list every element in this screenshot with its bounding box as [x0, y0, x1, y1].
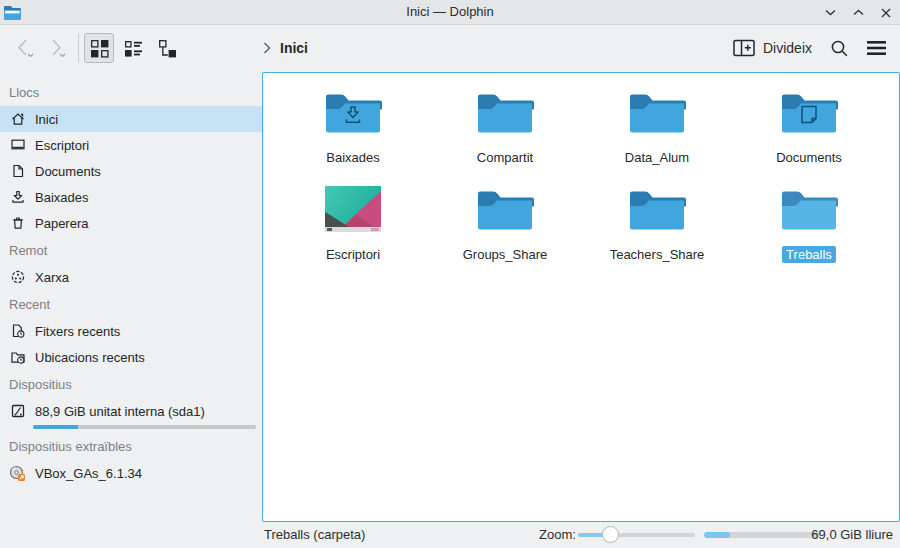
section-header-dispositius: Dispositius: [0, 370, 262, 398]
harddisk-icon: [9, 403, 26, 420]
details-view-icon: [124, 39, 143, 58]
breadcrumb: Inici: [263, 26, 308, 70]
zoom-label: Zoom:: [539, 527, 576, 542]
details-view-button[interactable]: [118, 33, 148, 63]
sidebar-item-ubicacions-recents[interactable]: Ubicacions recents: [0, 344, 262, 370]
sidebar-item-label: 88,9 GiB unitat interna (sda1): [35, 404, 205, 419]
search-button[interactable]: [825, 34, 853, 62]
folder-icon: [780, 88, 838, 136]
folder-grid: Baixades Compartit Data_Alum: [263, 73, 899, 280]
sidebar-item-label: Baixades: [35, 190, 88, 205]
folder-name: Documents: [772, 149, 846, 166]
folder-name: Teachers_Share: [606, 246, 709, 263]
file-clock-icon: [9, 323, 26, 340]
sidebar-item-label: Fitxers recents: [35, 324, 120, 339]
toolbar-separator: [78, 34, 79, 62]
close-button[interactable]: [876, 3, 896, 23]
document-icon: [9, 163, 26, 180]
sidebar-item-label: Documents: [35, 164, 101, 179]
section-header-llocs: Llocs: [0, 78, 262, 106]
folder-icon-selected: [780, 185, 838, 233]
titlebar[interactable]: Inici — Dolphin: [0, 0, 900, 25]
split-view-button[interactable]: Divideix: [733, 33, 812, 63]
sidebar-item-label: Xarxa: [35, 270, 69, 285]
folder-item-documents[interactable]: Documents: [733, 86, 885, 183]
sidebar-item-baixades[interactable]: Baixades: [0, 184, 262, 210]
sidebar-item-label: Inici: [35, 112, 58, 127]
sidebar-item-inici[interactable]: Inici: [0, 106, 262, 132]
sidebar-item-fitxers-recents[interactable]: Fitxers recents: [0, 318, 262, 344]
toolbar: Inici Divideix: [0, 26, 900, 70]
sidebar-item-documents[interactable]: Documents: [0, 158, 262, 184]
download-icon: [9, 189, 26, 206]
download-emblem-icon: [342, 104, 364, 126]
folder-item-groups-share[interactable]: Groups_Share: [429, 183, 581, 280]
places-panel: Llocs Inici Escriptori Documents Baixade…: [0, 70, 262, 522]
statusbar: Treballs (carpeta) Zoom: 69,0 GiB lliure: [0, 522, 900, 548]
desktop-icon: [9, 137, 26, 154]
folder-name: Baixades: [322, 149, 383, 166]
folder-clock-icon: [9, 349, 26, 366]
folder-icon: [628, 88, 686, 136]
search-icon: [830, 39, 849, 58]
icons-view-button[interactable]: [84, 33, 114, 63]
icons-view-icon: [90, 39, 109, 58]
home-icon: [9, 111, 26, 128]
folder-icon: [476, 185, 534, 233]
zoom-slider[interactable]: [578, 522, 695, 548]
sidebar-item-vbox-gas[interactable]: VBox_GAs_6.1.34: [0, 460, 262, 486]
forward-button[interactable]: [42, 33, 72, 63]
minimize-button[interactable]: [820, 3, 840, 23]
tree-view-icon: [158, 39, 177, 58]
folder-view[interactable]: Baixades Compartit Data_Alum: [262, 72, 900, 522]
folder-name-selected: Treballs: [782, 246, 836, 263]
sidebar-item-disk[interactable]: 88,9 GiB unitat interna (sda1): [0, 398, 262, 424]
folder-item-baixades[interactable]: Baixades: [277, 86, 429, 183]
network-icon: [9, 269, 26, 286]
breadcrumb-chevron-icon[interactable]: [263, 42, 271, 54]
desktop-wallpaper-thumbnail: [324, 185, 382, 233]
folder-name: Escriptori: [322, 246, 384, 263]
split-view-label: Divideix: [763, 40, 812, 56]
sidebar-item-label: VBox_GAs_6.1.34: [35, 466, 142, 481]
optical-disc-icon: [9, 465, 26, 482]
maximize-button[interactable]: [848, 3, 868, 23]
tree-view-button[interactable]: [152, 33, 182, 63]
back-button[interactable]: [10, 33, 40, 63]
folder-name: Data_Alum: [621, 149, 693, 166]
window-title: Inici — Dolphin: [0, 4, 900, 19]
status-text: Treballs (carpeta): [264, 527, 365, 542]
sidebar-item-label: Escriptori: [35, 138, 89, 153]
folder-name: Groups_Share: [459, 246, 552, 263]
folder-item-teachers-share[interactable]: Teachers_Share: [581, 183, 733, 280]
document-emblem-icon: [797, 103, 821, 127]
disk-usage-fill: [33, 425, 78, 429]
folder-item-compartit[interactable]: Compartit: [429, 86, 581, 183]
folder-item-treballs[interactable]: Treballs: [733, 183, 885, 280]
sidebar-item-escriptori[interactable]: Escriptori: [0, 132, 262, 158]
section-header-dispositius-extraibles: Dispositius extraïbles: [0, 432, 262, 460]
hamburger-menu-button[interactable]: [862, 34, 890, 62]
folder-icon: [628, 185, 686, 233]
zoom-slider-handle[interactable]: [602, 526, 619, 543]
folder-name: Compartit: [473, 149, 537, 166]
disk-usage-bar: [33, 425, 256, 429]
folder-icon: [476, 88, 534, 136]
breadcrumb-root[interactable]: Inici: [280, 40, 308, 56]
folder-item-escriptori[interactable]: Escriptori: [277, 183, 429, 280]
free-space-text: 69,0 GiB lliure: [811, 527, 893, 542]
dolphin-window: Inici — Dolphin: [0, 0, 900, 548]
sidebar-item-disk-group: 88,9 GiB unitat interna (sda1): [0, 398, 262, 429]
hamburger-icon: [866, 40, 887, 56]
folder-icon: [324, 88, 382, 136]
section-header-remot: Remot: [0, 236, 262, 264]
sidebar-item-label: Paperera: [35, 216, 88, 231]
free-space-fill: [704, 532, 730, 538]
folder-item-data-alum[interactable]: Data_Alum: [581, 86, 733, 183]
sidebar-item-paperera[interactable]: Paperera: [0, 210, 262, 236]
section-header-recent: Recent: [0, 290, 262, 318]
trash-icon: [9, 215, 26, 232]
free-space-bar: [704, 532, 820, 538]
sidebar-item-label: Ubicacions recents: [35, 350, 145, 365]
sidebar-item-xarxa[interactable]: Xarxa: [0, 264, 262, 290]
